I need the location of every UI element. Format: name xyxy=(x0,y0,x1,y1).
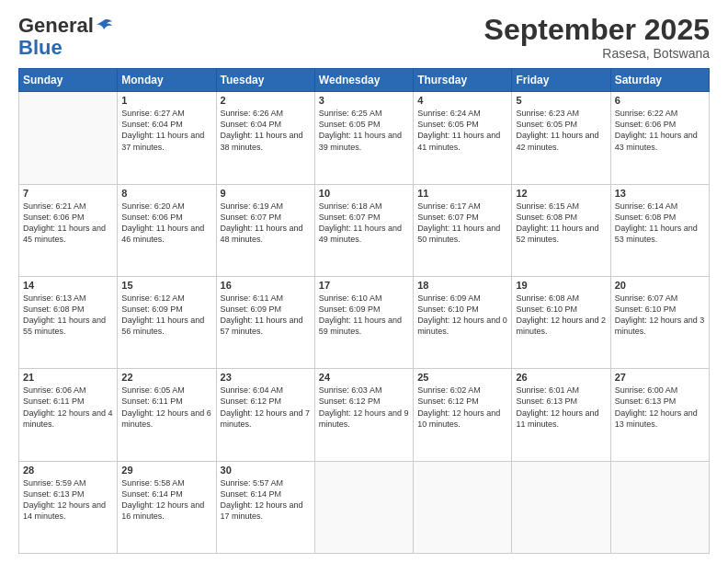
logo-bird-icon xyxy=(95,18,113,35)
table-row: 28 Sunrise: 5:59 AM Sunset: 6:13 PM Dayl… xyxy=(19,461,118,553)
daylight: Daylight: 12 hours and 11 minutes. xyxy=(516,408,606,430)
daylight: Daylight: 11 hours and 37 minutes. xyxy=(121,130,211,152)
sunset: Sunset: 6:09 PM xyxy=(319,304,409,315)
day-info: Sunrise: 6:00 AM Sunset: 6:13 PM Dayligh… xyxy=(615,385,705,430)
sunset: Sunset: 6:06 PM xyxy=(615,119,705,130)
day-number: 6 xyxy=(615,95,705,106)
day-info: Sunrise: 6:03 AM Sunset: 6:12 PM Dayligh… xyxy=(319,385,409,430)
sunrise: Sunrise: 6:25 AM xyxy=(319,108,409,119)
day-info: Sunrise: 6:10 AM Sunset: 6:09 PM Dayligh… xyxy=(319,293,409,338)
day-info: Sunrise: 6:01 AM Sunset: 6:13 PM Dayligh… xyxy=(516,385,606,430)
daylight: Daylight: 12 hours and 16 minutes. xyxy=(121,500,211,522)
sunset: Sunset: 6:14 PM xyxy=(221,488,311,500)
sunrise: Sunrise: 6:06 AM xyxy=(23,385,113,396)
sunset: Sunset: 6:05 PM xyxy=(417,119,507,130)
day-info: Sunrise: 6:20 AM Sunset: 6:06 PM Dayligh… xyxy=(121,201,211,246)
day-number: 21 xyxy=(23,372,113,383)
day-number: 23 xyxy=(221,372,311,383)
col-sunday: Sunday xyxy=(19,69,118,92)
table-row xyxy=(610,461,709,553)
daylight: Daylight: 11 hours and 56 minutes. xyxy=(121,315,211,337)
col-friday: Friday xyxy=(512,69,610,92)
sunset: Sunset: 6:10 PM xyxy=(417,304,507,315)
daylight: Daylight: 11 hours and 42 minutes. xyxy=(516,130,606,152)
col-tuesday: Tuesday xyxy=(216,69,314,92)
table-row: 13 Sunrise: 6:14 AM Sunset: 6:08 PM Dayl… xyxy=(610,184,709,276)
sunset: Sunset: 6:12 PM xyxy=(417,396,507,407)
daylight: Daylight: 12 hours and 13 minutes. xyxy=(615,408,705,430)
daylight: Daylight: 11 hours and 50 minutes. xyxy=(417,223,507,245)
day-info: Sunrise: 6:13 AM Sunset: 6:08 PM Dayligh… xyxy=(23,293,113,338)
sunset: Sunset: 6:07 PM xyxy=(417,212,507,223)
daylight: Daylight: 11 hours and 39 minutes. xyxy=(319,130,409,152)
day-info: Sunrise: 6:23 AM Sunset: 6:05 PM Dayligh… xyxy=(516,108,606,153)
day-info: Sunrise: 6:19 AM Sunset: 6:07 PM Dayligh… xyxy=(221,201,311,246)
col-thursday: Thursday xyxy=(414,69,512,92)
daylight: Daylight: 12 hours and 0 minutes. xyxy=(417,315,507,337)
day-number: 8 xyxy=(121,188,211,199)
day-info: Sunrise: 6:11 AM Sunset: 6:09 PM Dayligh… xyxy=(221,293,311,338)
day-info: Sunrise: 6:05 AM Sunset: 6:11 PM Dayligh… xyxy=(121,385,211,430)
table-row: 22 Sunrise: 6:05 AM Sunset: 6:11 PM Dayl… xyxy=(118,369,216,461)
day-info: Sunrise: 6:18 AM Sunset: 6:07 PM Dayligh… xyxy=(319,201,409,246)
table-row: 6 Sunrise: 6:22 AM Sunset: 6:06 PM Dayli… xyxy=(610,92,709,184)
day-info: Sunrise: 6:26 AM Sunset: 6:04 PM Dayligh… xyxy=(221,108,311,153)
table-row xyxy=(414,461,512,553)
sunset: Sunset: 6:12 PM xyxy=(221,396,311,407)
sunset: Sunset: 6:12 PM xyxy=(319,396,409,407)
daylight: Daylight: 12 hours and 14 minutes. xyxy=(23,500,113,522)
table-row: 23 Sunrise: 6:04 AM Sunset: 6:12 PM Dayl… xyxy=(216,369,314,461)
sunrise: Sunrise: 6:23 AM xyxy=(516,108,606,119)
day-info: Sunrise: 5:59 AM Sunset: 6:13 PM Dayligh… xyxy=(23,477,113,523)
sunrise: Sunrise: 6:08 AM xyxy=(516,293,606,304)
sunrise: Sunrise: 5:57 AM xyxy=(221,477,311,488)
day-number: 26 xyxy=(516,372,606,383)
sunset: Sunset: 6:06 PM xyxy=(121,212,211,223)
sunset: Sunset: 6:13 PM xyxy=(615,396,705,407)
sunrise: Sunrise: 6:22 AM xyxy=(615,108,705,119)
table-row: 7 Sunrise: 6:21 AM Sunset: 6:06 PM Dayli… xyxy=(19,184,118,276)
table-row: 1 Sunrise: 6:27 AM Sunset: 6:04 PM Dayli… xyxy=(118,92,216,184)
sunrise: Sunrise: 6:00 AM xyxy=(615,385,705,396)
logo-text: General xyxy=(18,14,114,38)
sunrise: Sunrise: 6:20 AM xyxy=(121,201,211,212)
table-row: 24 Sunrise: 6:03 AM Sunset: 6:12 PM Dayl… xyxy=(314,369,413,461)
sunrise: Sunrise: 6:21 AM xyxy=(23,201,113,212)
sunset: Sunset: 6:06 PM xyxy=(23,212,113,223)
table-row: 29 Sunrise: 5:58 AM Sunset: 6:14 PM Dayl… xyxy=(118,461,216,553)
day-info: Sunrise: 6:04 AM Sunset: 6:12 PM Dayligh… xyxy=(221,385,311,430)
sunrise: Sunrise: 6:02 AM xyxy=(417,385,507,396)
table-row: 17 Sunrise: 6:10 AM Sunset: 6:09 PM Dayl… xyxy=(314,276,413,368)
sunrise: Sunrise: 6:04 AM xyxy=(221,385,311,396)
daylight: Daylight: 11 hours and 38 minutes. xyxy=(221,130,311,152)
title-block: September 2025 Rasesa, Botswana xyxy=(484,14,710,61)
day-number: 30 xyxy=(221,465,311,476)
sunrise: Sunrise: 6:14 AM xyxy=(615,201,705,212)
day-info: Sunrise: 6:21 AM Sunset: 6:06 PM Dayligh… xyxy=(23,201,113,246)
day-number: 25 xyxy=(417,372,507,383)
sunset: Sunset: 6:13 PM xyxy=(23,488,113,500)
day-number: 20 xyxy=(615,280,705,291)
logo-general: General xyxy=(18,14,94,37)
table-row: 3 Sunrise: 6:25 AM Sunset: 6:05 PM Dayli… xyxy=(314,92,413,184)
day-number: 13 xyxy=(615,188,705,199)
daylight: Daylight: 12 hours and 4 minutes. xyxy=(23,408,113,430)
day-number: 27 xyxy=(615,372,705,383)
table-row: 26 Sunrise: 6:01 AM Sunset: 6:13 PM Dayl… xyxy=(512,369,610,461)
col-wednesday: Wednesday xyxy=(314,69,413,92)
daylight: Daylight: 11 hours and 55 minutes. xyxy=(23,315,113,337)
location-subtitle: Rasesa, Botswana xyxy=(484,46,710,61)
sunrise: Sunrise: 6:17 AM xyxy=(417,201,507,212)
table-row: 15 Sunrise: 6:12 AM Sunset: 6:09 PM Dayl… xyxy=(118,276,216,368)
day-info: Sunrise: 6:12 AM Sunset: 6:09 PM Dayligh… xyxy=(121,293,211,338)
sunset: Sunset: 6:10 PM xyxy=(516,304,606,315)
day-info: Sunrise: 6:09 AM Sunset: 6:10 PM Dayligh… xyxy=(417,293,507,338)
table-row: 12 Sunrise: 6:15 AM Sunset: 6:08 PM Dayl… xyxy=(512,184,610,276)
day-number: 11 xyxy=(417,188,507,199)
day-info: Sunrise: 6:07 AM Sunset: 6:10 PM Dayligh… xyxy=(615,293,705,338)
sunrise: Sunrise: 6:26 AM xyxy=(221,108,311,119)
table-row: 5 Sunrise: 6:23 AM Sunset: 6:05 PM Dayli… xyxy=(512,92,610,184)
table-row: 11 Sunrise: 6:17 AM Sunset: 6:07 PM Dayl… xyxy=(414,184,512,276)
daylight: Daylight: 11 hours and 48 minutes. xyxy=(221,223,311,245)
sunset: Sunset: 6:05 PM xyxy=(319,119,409,130)
